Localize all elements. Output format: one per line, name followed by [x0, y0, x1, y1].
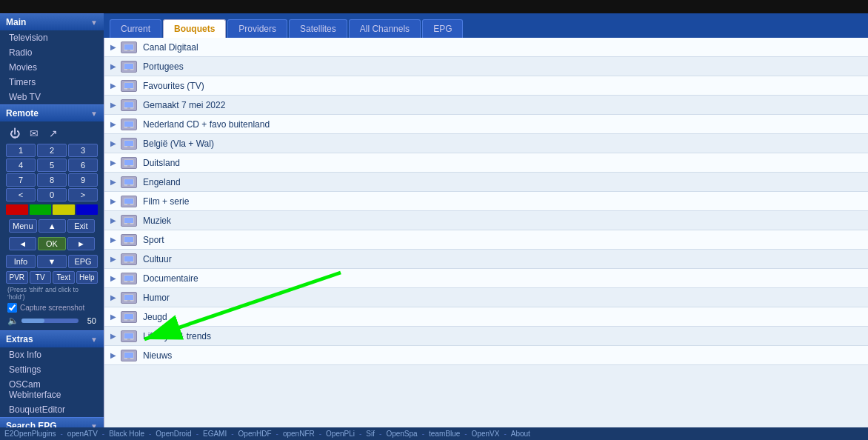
tab-current[interactable]: Current [110, 19, 161, 38]
expand-arrow[interactable]: ▶ [110, 101, 121, 109]
expand-arrow[interactable]: ▶ [110, 139, 121, 147]
volume-slider[interactable] [21, 319, 79, 323]
channel-row[interactable]: ▶ Cultuur [104, 250, 868, 269]
left-button[interactable]: ◄ [9, 237, 36, 250]
numpad-5[interactable]: 5 [37, 159, 67, 172]
red-button[interactable] [6, 204, 28, 215]
channel-row[interactable]: ▶ Lifestyle & trends [104, 327, 868, 346]
expand-arrow[interactable]: ▶ [110, 81, 121, 90]
sidebar-searchepg-header[interactable]: Search EPG ▼ [0, 417, 104, 427]
link-icon[interactable]: ↗ [46, 126, 61, 141]
mail-icon[interactable]: ✉ [27, 126, 41, 141]
sidebar-main-header[interactable]: Main ▼ [0, 13, 104, 30]
ok-button[interactable]: OK [38, 237, 65, 250]
numpad-3[interactable]: 3 [68, 144, 98, 157]
numpad-9[interactable]: 9 [68, 173, 98, 187]
bottom-link[interactable]: Black Hole [109, 430, 144, 438]
channel-row[interactable]: ▶ Documentaire [104, 269, 868, 288]
numpad-0[interactable]: 0 [37, 188, 67, 201]
sidebar-item-radio[interactable]: Radio [0, 45, 104, 60]
sidebar-item-oscam[interactable]: OSCam Webinterface [0, 377, 104, 402]
text-button[interactable]: Text [53, 271, 75, 284]
help-button[interactable]: Help [76, 271, 99, 284]
channel-row[interactable]: ▶ Canal Digitaal [104, 38, 868, 57]
up-button[interactable]: ▲ [39, 219, 66, 233]
expand-arrow[interactable]: ▶ [110, 293, 121, 301]
green-button[interactable] [30, 204, 52, 215]
expand-arrow[interactable]: ▶ [110, 197, 121, 205]
channel-row[interactable]: ▶ Jeugd [104, 307, 868, 327]
tv-button[interactable]: TV [30, 271, 52, 284]
sidebar-item-boxinfo[interactable]: Box Info [0, 347, 104, 362]
channel-row[interactable]: ▶ Muziek [104, 211, 868, 230]
channel-row[interactable]: ▶ Portugees [104, 57, 868, 76]
yellow-button[interactable] [53, 204, 75, 215]
power-icon[interactable]: ⏻ [7, 126, 22, 141]
bottom-link[interactable]: OpenHDF [238, 430, 272, 438]
tab-epg[interactable]: EPG [422, 19, 463, 38]
sidebar-item-webtv[interactable]: Web TV [0, 90, 104, 104]
expand-arrow[interactable]: ▶ [110, 159, 121, 167]
sidebar-item-movies[interactable]: Movies [0, 60, 104, 75]
expand-arrow[interactable]: ▶ [110, 62, 121, 70]
menu-button[interactable]: Menu [9, 219, 37, 233]
numpad-7[interactable]: 7 [6, 173, 36, 187]
channel-row[interactable]: ▶ Humor [104, 288, 868, 307]
numpad-4[interactable]: 4 [6, 159, 36, 172]
numpad-2[interactable]: 2 [37, 144, 67, 157]
sidebar-item-timers[interactable]: Timers [0, 75, 104, 90]
bottom-link[interactable]: OpenSpa [386, 430, 417, 438]
channel-row[interactable]: ▶ België (Vla + Wal) [104, 134, 868, 153]
bottom-link[interactable]: OpenDroid [156, 430, 191, 438]
sidebar-item-bouqueteditor[interactable]: BouquetEditor [0, 402, 104, 417]
numpad-1[interactable]: 1 [6, 144, 36, 157]
expand-arrow[interactable]: ▶ [110, 120, 121, 128]
channel-row[interactable]: ▶ Nieuws [104, 346, 868, 365]
expand-arrow[interactable]: ▶ [110, 216, 121, 224]
channel-row[interactable]: ▶ Film + serie [104, 192, 868, 211]
expand-arrow[interactable]: ▶ [110, 43, 121, 51]
bottom-link[interactable]: OpenPLi [326, 430, 355, 438]
numpad-next[interactable]: > [68, 188, 98, 201]
sidebar-item-settings[interactable]: Settings [0, 362, 104, 377]
channel-row[interactable]: ▶ Engeland [104, 173, 868, 192]
bottom-link[interactable]: openATV [67, 430, 98, 438]
numpad-prev[interactable]: < [6, 188, 36, 201]
channel-row[interactable]: ▶ Gemaakt 7 mei 2022 [104, 96, 868, 115]
channel-row[interactable]: ▶ Sport [104, 230, 868, 250]
right-button[interactable]: ► [67, 237, 95, 250]
expand-arrow[interactable]: ▶ [110, 351, 121, 359]
tab-bouquets[interactable]: Bouquets [163, 19, 226, 38]
expand-arrow[interactable]: ▶ [110, 313, 121, 321]
sidebar-remote-header[interactable]: Remote ▼ [0, 104, 104, 121]
bottom-link[interactable]: Sif [366, 430, 375, 438]
bottom-link[interactable]: teamBlue [429, 430, 460, 438]
tab-providers[interactable]: Providers [227, 19, 287, 38]
bottom-link[interactable]: E2OpenPlugins [4, 430, 56, 438]
channel-row[interactable]: ▶ Nederland CD + favo buitenland [104, 115, 868, 134]
tab-satellites[interactable]: Satellites [289, 19, 347, 38]
pvr-button[interactable]: PVR [6, 271, 28, 284]
channel-row[interactable]: ▶ Duitsland [104, 153, 868, 173]
info-button[interactable]: Info [6, 255, 36, 268]
expand-arrow[interactable]: ▶ [110, 255, 121, 263]
bottom-link[interactable]: OpenVX [472, 430, 500, 438]
down-button[interactable]: ▼ [37, 255, 67, 268]
capture-checkbox[interactable] [7, 303, 17, 313]
exit-button[interactable]: Exit [67, 219, 95, 233]
sidebar-extras-header[interactable]: Extras ▼ [0, 330, 104, 347]
bottom-link[interactable]: EGAMI [203, 430, 227, 438]
bottom-link[interactable]: About [511, 430, 530, 438]
expand-arrow[interactable]: ▶ [110, 332, 121, 340]
bottom-link[interactable]: openNFR [283, 430, 315, 438]
numpad-6[interactable]: 6 [68, 159, 98, 172]
sidebar-item-television[interactable]: Television [0, 30, 104, 45]
channel-row[interactable]: ▶ Favourites (TV) [104, 76, 868, 96]
expand-arrow[interactable]: ▶ [110, 178, 121, 186]
numpad-8[interactable]: 8 [37, 173, 67, 187]
expand-arrow[interactable]: ▶ [110, 274, 121, 282]
expand-arrow[interactable]: ▶ [110, 236, 121, 244]
epg-button[interactable]: EPG [68, 255, 98, 268]
blue-button[interactable] [76, 204, 99, 215]
tab-allchannels[interactable]: All Channels [349, 19, 421, 38]
